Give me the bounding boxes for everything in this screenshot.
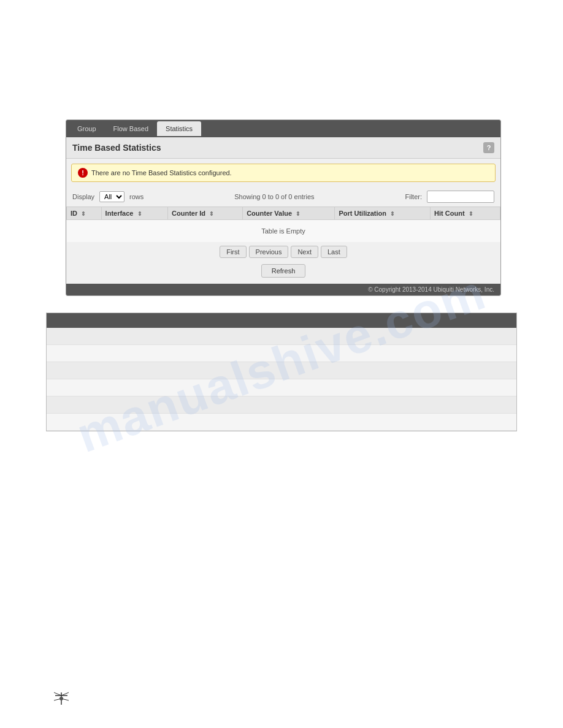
second-panel-row-4 [47, 379, 516, 396]
tab-flow-based[interactable]: Flow Based [105, 121, 157, 136]
sort-icon-counter-value: ⇕ [296, 211, 301, 217]
ubiquiti-logo-icon [49, 689, 74, 708]
alert-banner: ! There are no Time Based Statistics con… [71, 164, 496, 182]
bottom-logo [49, 689, 74, 710]
alert-message: There are no Time Based Statistics confi… [91, 169, 232, 176]
second-panel-row-1 [47, 328, 516, 345]
second-panel [46, 313, 517, 431]
tab-bar: Group Flow Based Statistics [66, 120, 500, 137]
second-panel-row-3 [47, 362, 516, 379]
next-button[interactable]: Next [291, 246, 318, 258]
last-button[interactable]: Last [321, 246, 347, 258]
rows-label: rows [129, 193, 144, 200]
sort-icon-hit-count: ⇕ [469, 211, 473, 217]
tab-group[interactable]: Group [69, 121, 105, 136]
svg-point-6 [59, 697, 63, 700]
refresh-area: Refresh [66, 262, 500, 284]
panel-header: Time Based Statistics ? [66, 137, 500, 159]
refresh-button[interactable]: Refresh [261, 264, 306, 278]
rows-select[interactable]: All 10 25 50 [99, 191, 124, 202]
pagination: First Previous Next Last [66, 242, 500, 262]
sort-icon-counter-id: ⇕ [209, 211, 214, 217]
second-panel-header [47, 313, 516, 328]
second-panel-row-2 [47, 345, 516, 362]
help-button[interactable]: ? [483, 142, 494, 153]
col-interface[interactable]: Interface ⇕ [101, 207, 167, 220]
table-empty-row: Table is Empty [67, 220, 500, 243]
filter-input[interactable] [427, 191, 494, 203]
panel-title: Time Based Statistics [72, 143, 161, 153]
filter-label: Filter: [405, 193, 423, 200]
panel-footer: © Copyright 2013-2014 Ubiquiti Networks,… [66, 284, 500, 295]
col-counter-value[interactable]: Counter Value ⇕ [243, 207, 335, 220]
empty-message: Table is Empty [67, 220, 500, 243]
col-counter-id[interactable]: Counter Id ⇕ [168, 207, 243, 220]
sort-icon-id: ⇕ [81, 211, 86, 217]
main-panel: Group Flow Based Statistics Time Based S… [66, 119, 501, 296]
sort-icon-port-utilization: ⇕ [390, 211, 395, 217]
showing-text: Showing 0 to 0 of 0 entries [148, 193, 400, 200]
col-hit-count[interactable]: Hit Count ⇕ [431, 207, 500, 220]
previous-button[interactable]: Previous [249, 246, 289, 258]
display-label: Display [72, 193, 94, 200]
first-button[interactable]: First [220, 246, 246, 258]
alert-icon: ! [78, 168, 88, 178]
copyright-text: © Copyright 2013-2014 Ubiquiti Networks,… [368, 286, 494, 293]
col-id[interactable]: ID ⇕ [67, 207, 102, 220]
tab-statistics[interactable]: Statistics [157, 121, 201, 136]
data-table: ID ⇕ Interface ⇕ Counter Id ⇕ Counter Va… [66, 207, 500, 242]
second-panel-row-5 [47, 396, 516, 414]
sort-icon-interface: ⇕ [137, 211, 142, 217]
col-port-utilization[interactable]: Port Utilization ⇕ [335, 207, 431, 220]
second-panel-row-6 [47, 414, 516, 431]
table-controls: Display All 10 25 50 rows Showing 0 to 0… [66, 187, 500, 207]
